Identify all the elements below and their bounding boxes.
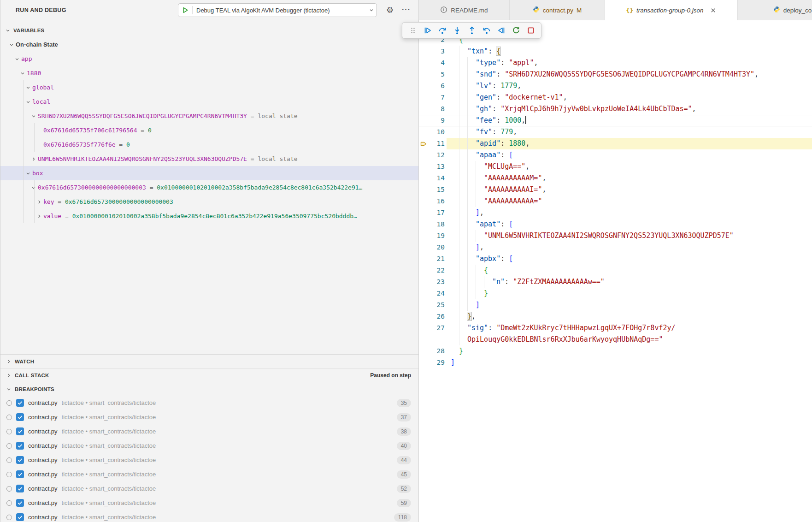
gutter-breakpoint-margin[interactable] xyxy=(419,149,428,161)
line-number[interactable]: 25 xyxy=(428,299,445,311)
line-number[interactable]: 9 xyxy=(428,115,445,126)
line-number[interactable]: 28 xyxy=(428,345,445,357)
line-number[interactable]: 8 xyxy=(428,103,445,115)
gutter-breakpoint-margin[interactable] xyxy=(419,196,428,207)
gutter-breakpoint-margin[interactable] xyxy=(419,80,428,92)
variable-row[interactable]: local xyxy=(0,95,418,109)
gutter-breakpoint-margin[interactable] xyxy=(419,92,428,103)
line-number[interactable]: 5 xyxy=(428,69,445,80)
line-number[interactable]: 19 xyxy=(428,230,445,242)
code-line[interactable]: 27"sig": "DmeWt2zKUkRryc7tHHHapwzLgqUX+7… xyxy=(419,322,812,334)
code-line[interactable]: 8"gh": "XrjqMlCpJ6h9h7jyVw0bLvkpzUoWeIA4… xyxy=(419,103,812,115)
line-number[interactable]: 13 xyxy=(428,161,445,172)
step-into-button[interactable] xyxy=(452,25,462,36)
gutter-breakpoint-margin[interactable] xyxy=(419,184,428,196)
gutter-breakpoint-margin[interactable] xyxy=(419,126,428,138)
restart-button[interactable] xyxy=(511,25,521,36)
breakpoint-checkbox[interactable] xyxy=(16,513,24,521)
code-line[interactable]: 18"apat": [ xyxy=(419,219,812,230)
variable-row[interactable]: 0x67616d65735f706c61796564 = 0 xyxy=(0,123,418,137)
code-line[interactable]: 20], xyxy=(419,242,812,253)
line-number[interactable]: 21 xyxy=(428,253,445,265)
close-tab-icon[interactable] xyxy=(710,7,717,14)
breakpoint-checkbox[interactable] xyxy=(16,499,24,507)
variable-row[interactable]: global xyxy=(0,80,418,95)
line-number[interactable]: 20 xyxy=(428,242,445,253)
breakpoint-checkbox[interactable] xyxy=(16,413,24,421)
breakpoint-checkbox[interactable] xyxy=(16,427,24,435)
debug-config-dropdown[interactable]: Debug TEAL via AlgoKit AVM Debugger (tic… xyxy=(178,3,377,17)
stop-button[interactable] xyxy=(525,25,536,36)
line-number[interactable]: 3 xyxy=(428,46,445,57)
gutter-breakpoint-margin[interactable] xyxy=(419,46,428,57)
variable-row[interactable]: value = 0x01000000102010002a358bf5bada9e… xyxy=(0,209,418,223)
code-line[interactable]: 6"lv": 1779, xyxy=(419,80,812,92)
debug-step-arrow-icon[interactable] xyxy=(419,138,428,149)
breakpoint-checkbox[interactable] xyxy=(16,442,24,450)
gutter-breakpoint-margin[interactable] xyxy=(419,161,428,172)
gutter-breakpoint-margin[interactable] xyxy=(419,219,428,230)
tab-contract-py[interactable]: contract.py M xyxy=(510,0,605,20)
variable-row[interactable]: On-chain State xyxy=(0,37,418,52)
variable-row[interactable]: 1880 xyxy=(0,66,418,80)
reverse-continue-button[interactable] xyxy=(496,25,506,36)
line-number[interactable]: 24 xyxy=(428,288,445,299)
gutter-breakpoint-margin[interactable] xyxy=(419,115,428,126)
line-number[interactable]: 27 xyxy=(428,322,445,334)
gutter-breakpoint-margin[interactable] xyxy=(419,103,428,115)
gutter-breakpoint-margin[interactable] xyxy=(419,345,428,357)
line-number[interactable]: 7 xyxy=(428,92,445,103)
code-line[interactable]: 25] xyxy=(419,299,812,311)
code-line[interactable]: 9"fee": 1000, xyxy=(419,115,812,126)
code-line[interactable]: 22{ xyxy=(419,265,812,276)
gutter-breakpoint-margin[interactable] xyxy=(419,57,428,69)
line-number[interactable]: 16 xyxy=(428,196,445,207)
gutter-breakpoint-margin[interactable] xyxy=(419,288,428,299)
breakpoint-checkbox[interactable] xyxy=(16,456,24,464)
gutter-breakpoint-margin[interactable] xyxy=(419,265,428,276)
breakpoint-row[interactable]: contract.pytictactoe • smart_contracts/t… xyxy=(0,481,418,496)
step-over-button[interactable] xyxy=(437,25,447,36)
code-line[interactable]: 26}, xyxy=(419,311,812,322)
gutter-breakpoint-margin[interactable] xyxy=(419,322,428,334)
line-number[interactable]: 18 xyxy=(428,219,445,230)
code-line[interactable]: 3"txn": { xyxy=(419,46,812,57)
variable-row[interactable]: 0x67616d6573000000000000000003 = 0x01000… xyxy=(0,180,418,195)
gutter-breakpoint-margin[interactable] xyxy=(419,230,428,242)
line-number[interactable]: 26 xyxy=(428,311,445,322)
code-line[interactable]: 24} xyxy=(419,288,812,299)
gutter-breakpoint-margin[interactable] xyxy=(419,276,428,288)
drag-handle-icon[interactable] xyxy=(407,25,418,36)
line-number[interactable]: 11 xyxy=(428,138,445,149)
breakpoint-row[interactable]: contract.pytictactoe • smart_contracts/t… xyxy=(0,424,418,439)
variable-row[interactable]: 0x67616d65735f776f6e = 0 xyxy=(0,137,418,152)
variable-row[interactable]: UNML6W5NVHRIKTEOZAA4NI2SWQROSGNFNY2QS523… xyxy=(0,152,418,166)
code-line[interactable]: 4"type": "appl", xyxy=(419,57,812,69)
tab-transaction-group-0-json[interactable]: {} transaction-group-0.json xyxy=(605,0,738,20)
code-line[interactable]: 19"UNML6W5NVHRIKTEOZAA4NI2SWQROSGNFNY2QS… xyxy=(419,230,812,242)
variable-row[interactable]: app xyxy=(0,52,418,66)
breakpoint-row[interactable]: contract.pytictactoe • smart_contracts/t… xyxy=(0,496,418,510)
step-back-button[interactable] xyxy=(481,25,492,36)
code-line[interactable]: 11"apid": 1880, xyxy=(419,138,812,149)
breakpoint-row[interactable]: contract.pytictactoe • smart_contracts/t… xyxy=(0,467,418,481)
gutter-breakpoint-margin[interactable] xyxy=(419,242,428,253)
line-number[interactable]: 6 xyxy=(428,80,445,92)
variable-row[interactable]: key = 0x67616d6573000000000000000003 xyxy=(0,195,418,209)
continue-button[interactable] xyxy=(422,25,433,36)
breakpoints-section-header[interactable]: BREAKPOINTS xyxy=(0,382,418,396)
code-line[interactable]: 15"AAAAAAAAAAI=", xyxy=(419,184,812,196)
code-line[interactable]: 5"snd": "SRH6D7XU2N6WQQ5SSYDQFG5ESO6JWEQ… xyxy=(419,69,812,80)
gutter-breakpoint-margin[interactable] xyxy=(419,357,428,368)
line-number[interactable]: 4 xyxy=(428,57,445,69)
line-number[interactable]: 12 xyxy=(428,149,445,161)
breakpoint-checkbox[interactable] xyxy=(16,485,24,492)
gutter-breakpoint-margin[interactable] xyxy=(419,69,428,80)
variables-section-header[interactable]: VARIABLES xyxy=(0,23,418,37)
code-line[interactable]: 7"gen": "dockernet-v1", xyxy=(419,92,812,103)
gutter-breakpoint-margin[interactable] xyxy=(419,207,428,219)
breakpoint-row[interactable]: contract.pytictactoe • smart_contracts/t… xyxy=(0,396,418,410)
variable-row[interactable]: box xyxy=(0,166,418,180)
line-number[interactable]: 14 xyxy=(428,172,445,184)
line-number[interactable]: 17 xyxy=(428,207,445,219)
